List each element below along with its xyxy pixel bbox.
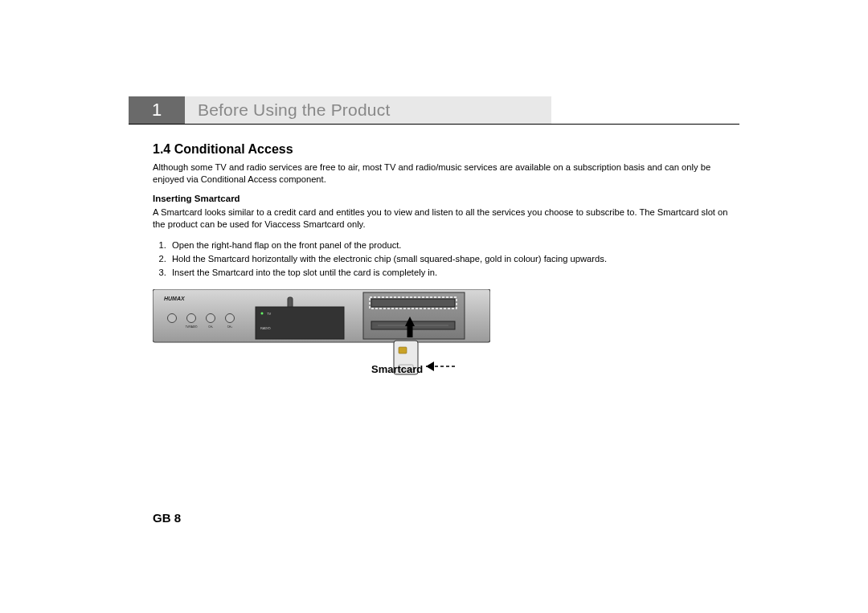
svg-point-1 [168,313,177,322]
svg-text:CH+: CH+ [227,325,233,329]
step-item: Open the right-hand flap on the front pa… [169,239,739,252]
subsection-intro-text: A Smartcard looks similar to a credit ca… [153,206,739,231]
device-svg: HUMAX TV/RADIO CH- CH+ TV RADIO [153,289,490,382]
manual-page: 1 Before Using the Product 1.4 Condition… [0,0,868,386]
svg-rect-19 [407,326,413,337]
svg-point-2 [187,313,196,322]
svg-text:TV/RADIO: TV/RADIO [185,325,198,329]
svg-point-4 [226,313,235,322]
svg-point-10 [261,312,264,314]
section-heading: 1.4 Conditional Access [153,142,739,157]
section-intro-text: Although some TV and radio services are … [153,161,739,186]
chapter-number: 1 [129,96,185,124]
chapter-header: 1 Before Using the Product [129,96,739,125]
brand-label: HUMAX [164,296,186,301]
step-item: Insert the Smartcard into the top slot u… [169,266,739,280]
svg-marker-24 [426,362,434,371]
subsection-heading: Inserting Smartcard [153,194,739,203]
svg-text:RADIO: RADIO [260,326,271,330]
chapter-header-tail [551,96,739,124]
svg-rect-14 [371,299,455,307]
chapter-title: Before Using the Product [185,96,551,124]
svg-point-3 [207,313,215,322]
svg-rect-21 [399,347,407,353]
svg-text:TV: TV [267,312,271,316]
device-illustration: HUMAX TV/RADIO CH- CH+ TV RADIO [153,289,739,386]
page-footer: GB 8 [153,511,181,525]
smartcard-label: Smartcard [371,363,423,375]
svg-text:CH-: CH- [208,325,213,329]
pointer-arrow-icon [426,362,455,371]
step-item: Hold the Smartcard horizontally with the… [169,252,739,266]
steps-list: Open the right-hand flap on the front pa… [153,239,739,279]
